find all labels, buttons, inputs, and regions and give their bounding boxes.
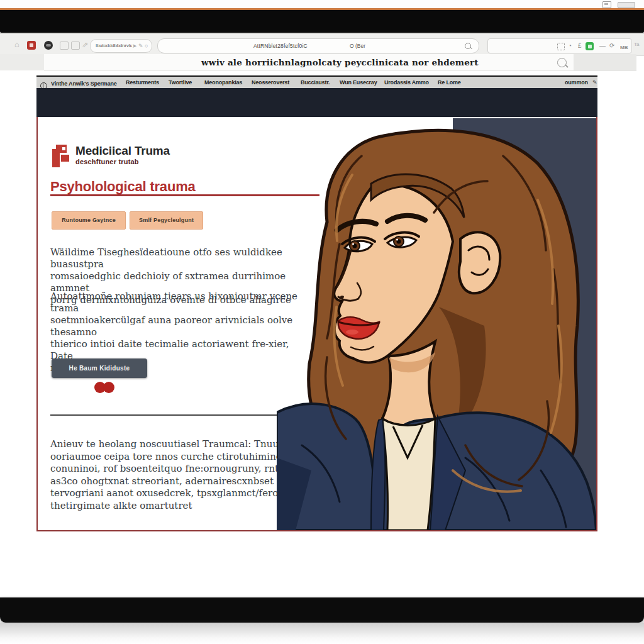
site-brand-label: Vinthe Anwik's Spermane [51,80,117,87]
nav-item-7[interactable]: Re Lome [438,79,461,86]
search-magnifier-icon[interactable] [557,58,567,67]
screenshot-icon[interactable] [557,43,565,50]
section-divider [50,414,297,416]
address-bar[interactable]: Ibutodddbbdnrvluusaaar ➤ ✎ ○ [90,39,152,53]
search-icon[interactable]: ○ [145,43,148,49]
omnibox-text: AttRNblet28fef5tcf0iC [253,43,308,49]
omnibox[interactable]: AttRNblet28fef5tcf0iC O (Ber [157,38,479,53]
nav-item-2[interactable]: Meonopankias [204,79,242,86]
search-query-text: wwiv ale horriichnlagnolcaty peycclinica… [201,57,479,67]
cta-button[interactable]: He Baum Kididuste [52,358,147,378]
currency-icon[interactable]: £ [578,42,582,50]
woman-illustration [277,118,596,533]
hero-band [36,88,597,117]
nav-item-4[interactable]: Bucciaustr. [301,79,330,86]
history-icon[interactable]: ◔ [568,42,572,50]
browser-logo-icon[interactable] [27,41,36,50]
window-minimize-icon[interactable] [618,2,635,8]
window-control-icon[interactable] [602,1,611,8]
magnifier-icon[interactable] [465,43,471,49]
minimize-icon[interactable]: — [599,42,606,50]
omnibox-hint: O (Ber [350,43,365,49]
mb-label: MB [620,44,628,52]
site-brand[interactable]: Vinthe Anwik's Spermane [42,79,117,87]
bottom-paragraph: Anieuv te heolang noscuutiasel Traumcal:… [50,438,311,512]
nav-item-0[interactable]: Resturments [126,79,159,86]
search-bar[interactable]: wwiv ale horriichnlagnolcaty peycclinica… [44,54,636,71]
search-bar-right-panel [574,54,636,70]
profile-icon[interactable] [44,41,53,50]
site-logo-title: Mediciical Truma [75,144,170,158]
nav-item-3[interactable]: Neosseroverst [252,79,289,86]
monitor-black-bezel-bottom [0,597,644,623]
toolbar-right-cluster: ◔ £ — ⟳ MB [487,38,632,53]
edit-icon[interactable]: ✎ [138,43,143,49]
site-logo-icon[interactable] [50,143,72,171]
toolbar-tail-label: Ta [634,42,639,47]
nav-item-1[interactable]: Twortlive [169,79,192,86]
filter-button-1[interactable]: Runtoume Gsytnce [52,211,126,230]
nav-item-6[interactable]: Urodassis Ammo [384,79,429,86]
monitor-black-bezel-top [0,10,644,33]
monitor-top-bezel [0,0,644,8]
carousel-dot-2[interactable] [103,382,114,393]
nav-item-5[interactable]: Wun Eusecray [340,79,377,86]
pen-icon[interactable]: ✎ [592,79,597,86]
browser-toolbar: ⌂ ⇗ Ibutodddbbdnrvluusaaar ➤ ✎ ○ AttRNbl… [0,33,644,56]
tab-icon[interactable] [60,42,69,50]
page-title: Psyholological trauma [50,179,196,195]
extension-icon[interactable] [71,42,80,50]
search-ledge [0,54,44,70]
refresh-icon[interactable]: ⟳ [609,42,614,50]
monitor-stand-shadow [0,623,644,644]
site-logo-subtitle: deschftuner trutab [75,158,139,165]
share-icon[interactable]: ⇗ [81,41,89,49]
send-icon[interactable]: ➤ [132,43,137,49]
nav-action[interactable]: oummon [565,79,588,86]
extension-badge-icon[interactable] [586,42,594,50]
filter-button-2[interactable]: Smlf Pegycleulgunt [130,211,203,230]
home-icon[interactable]: ⌂ [13,40,21,49]
address-bar-text: Ibutodddbbdnrvluusaaar [96,43,132,48]
